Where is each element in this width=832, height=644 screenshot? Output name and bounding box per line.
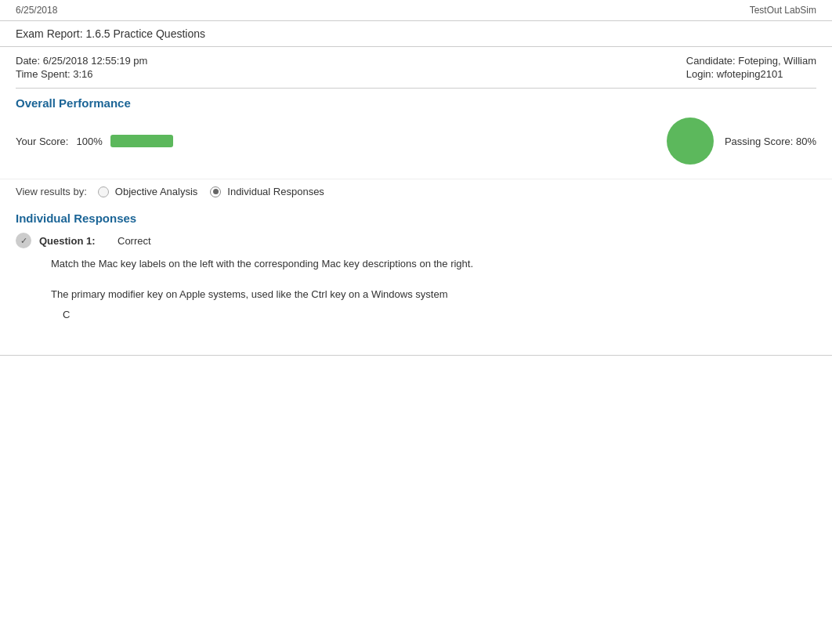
- date-label: 6/25/2018: [16, 5, 57, 16]
- objective-analysis-radio[interactable]: [98, 186, 109, 197]
- candidate-field-label: Candidate:: [686, 55, 736, 67]
- individual-responses-title: Individual Responses: [16, 212, 816, 225]
- brand-label: TestOut LabSim: [750, 5, 816, 16]
- view-results-row: View results by: Objective Analysis Indi…: [0, 179, 832, 204]
- candidate-info-left: Date: 6/25/2018 12:55:19 pm Time Spent: …: [16, 55, 147, 81]
- your-score-value: 100%: [76, 136, 102, 147]
- candidate-field-value: Foteping, William: [738, 55, 816, 67]
- individual-responses-radio[interactable]: [210, 186, 221, 197]
- top-bar: 6/25/2018 TestOut LabSim: [0, 0, 832, 20]
- report-header: Exam Report: 1.6.5 Practice Questions: [0, 20, 832, 47]
- date-field-label: Date:: [16, 55, 40, 67]
- time-field-value: 3:16: [73, 68, 92, 80]
- individual-responses-section: Individual Responses ✓ Question 1: Corre…: [0, 204, 832, 331]
- passing-score-value: 80%: [796, 136, 816, 147]
- login-row: Login: wfoteping2101: [686, 68, 816, 80]
- individual-responses-label[interactable]: Individual Responses: [227, 186, 324, 197]
- page-bottom-line: [0, 355, 832, 356]
- question-check-icon: ✓: [16, 233, 31, 248]
- objective-analysis-label[interactable]: Objective Analysis: [115, 186, 198, 197]
- date-field-value: 6/25/2018 12:55:19 pm: [43, 55, 148, 67]
- passing-score-area: Passing Score: 80%: [667, 118, 816, 165]
- question-body: Match the Mac key labels on the left wit…: [16, 253, 816, 306]
- overall-performance-section: Overall Performance Your Score: 100% Pas…: [0, 89, 832, 179]
- question-number: Question 1:: [39, 235, 110, 247]
- candidate-info-right: Candidate: Foteping, William Login: wfot…: [686, 55, 816, 81]
- question-row: ✓ Question 1: Correct: [16, 233, 816, 248]
- pie-chart: [667, 118, 714, 165]
- answer-letter: C: [16, 306, 816, 324]
- passing-score-label: Passing Score:: [725, 136, 793, 147]
- view-results-label: View results by:: [16, 186, 87, 197]
- score-bar: [110, 135, 173, 147]
- login-field-value: wfoteping2101: [717, 68, 783, 80]
- overall-performance-title: Overall Performance: [16, 96, 816, 110]
- candidate-row: Candidate: Foteping, William: [686, 55, 816, 67]
- time-row: Time Spent: 3:16: [16, 68, 147, 80]
- performance-row: Your Score: 100% Passing Score: 80%: [16, 118, 816, 172]
- your-score-label: Your Score:: [16, 136, 68, 147]
- answer-description: The primary modifier key on Apple system…: [51, 287, 801, 302]
- report-title: Exam Report: 1.6.5 Practice Questions: [16, 27, 205, 40]
- candidate-info: Date: 6/25/2018 12:55:19 pm Time Spent: …: [0, 47, 832, 88]
- time-field-label: Time Spent:: [16, 68, 71, 80]
- login-field-label: Login:: [686, 68, 714, 80]
- question-text: Match the Mac key labels on the left wit…: [51, 256, 801, 272]
- date-row: Date: 6/25/2018 12:55:19 pm: [16, 55, 147, 67]
- your-score-area: Your Score: 100%: [16, 135, 173, 147]
- question-status: Correct: [118, 235, 151, 247]
- passing-score-text: Passing Score: 80%: [725, 136, 816, 147]
